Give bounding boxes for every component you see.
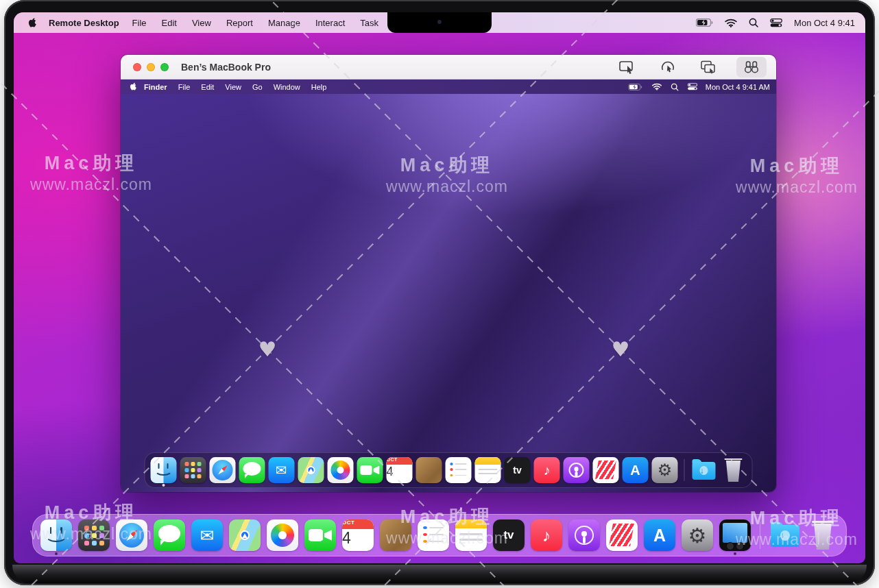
dock-remotedesktop-icon[interactable] [719,519,751,551]
dock-news-icon[interactable] [593,457,619,483]
dock-messages-icon[interactable] [154,519,185,551]
dock-maps-icon[interactable] [229,519,261,551]
menu-window[interactable]: Window [268,83,306,91]
remote-menu-bar-clock[interactable]: Mon Oct 4 9:41 AM [706,83,770,91]
dock-appletv-icon[interactable]: tv [505,457,531,483]
close-button[interactable] [133,63,141,71]
window-toolbar [614,57,767,77]
remote-status-area: Mon Oct 4 9:41 AM [627,82,770,92]
dock-contacts-icon[interactable] [416,457,442,483]
camera-notch [387,12,492,33]
control-mode-button[interactable] [614,57,640,77]
camera-dot [437,20,442,24]
menu-report[interactable]: Report [219,18,261,28]
dock-maps-icon[interactable] [298,457,324,483]
dock-appstore-icon[interactable]: A [644,519,675,551]
dock-divider [684,459,685,481]
host-dock: ✉OCT4tv♪A⚙↓ [32,514,847,556]
dock-safari-icon[interactable] [210,457,236,483]
dock-messages-icon[interactable] [239,457,265,483]
spotlight-search-icon[interactable] [749,18,758,27]
menu-bar-clock[interactable]: Mon Oct 4 9:41 [794,18,855,28]
dock-podcasts-icon[interactable] [568,519,600,551]
remote-desktop-window: Ben’s MacBook Pro [121,55,776,492]
remote-wifi-icon[interactable] [651,83,662,90]
dock-finder-icon[interactable] [40,519,72,551]
dock-mail-icon[interactable]: ✉ [191,519,223,551]
dock-launchpad-icon[interactable] [180,457,206,483]
remote-dock: ✉OCT4tv♪A⚙↓ [145,452,753,488]
menu-edit[interactable]: Edit [154,18,184,28]
dock-launchpad-icon[interactable] [78,519,110,551]
minimize-button[interactable] [147,63,155,71]
dock-calendar-icon[interactable]: OCT4 [342,519,374,551]
dock-music-icon[interactable]: ♪ [534,457,560,483]
running-indicator-dot [734,552,736,555]
zoom-button[interactable] [160,63,169,71]
remote-menu-bar: Finder FileEditViewGoWindowHelp Mon Oct … [121,79,776,94]
menu-view[interactable]: View [184,18,219,28]
app-menu-remote-desktop[interactable]: Remote Desktop [49,18,119,28]
menu-view[interactable]: View [219,83,247,91]
dock-reminders-icon[interactable] [446,457,472,483]
dock-trash-icon[interactable] [721,457,747,483]
host-menus: FileEditViewReportManageInteractTaskWind… [125,18,433,28]
macbook-chassis [12,565,867,583]
dock-music-icon[interactable]: ♪ [531,519,562,551]
dock-settings-icon[interactable]: ⚙ [682,519,713,551]
dock-trash-icon[interactable] [807,519,839,551]
dock-facetime-icon[interactable] [304,519,336,551]
copy-screen-button[interactable] [695,57,721,77]
share-control-button[interactable] [655,57,680,77]
dock-calendar-icon[interactable]: OCT4 [387,457,413,483]
window-title: Ben’s MacBook Pro [181,62,271,73]
remote-app-menu-finder[interactable]: Finder [144,83,167,91]
dock-notes-icon[interactable] [475,457,501,483]
apple-menu-icon[interactable] [28,18,37,28]
macbook-bezel: Remote Desktop FileEditViewReportManageI… [4,0,875,585]
dock-news-icon[interactable] [606,519,638,551]
dock-downloads-icon[interactable]: ↓ [769,519,801,551]
battery-icon[interactable] [696,19,713,27]
dock-photos-icon[interactable] [328,457,354,483]
remote-control-center-icon[interactable] [687,83,697,90]
remote-spotlight-search-icon[interactable] [671,83,678,90]
dock-appletv-icon[interactable]: tv [493,519,525,551]
dock-podcasts-icon[interactable] [564,457,590,483]
dock-notes-icon[interactable] [455,519,487,551]
menu-interact[interactable]: Interact [308,18,352,28]
screenshot-canvas: Remote Desktop FileEditViewReportManageI… [0,0,879,588]
host-status-area: Mon Oct 4 9:41 [696,18,855,28]
wifi-icon[interactable] [725,19,737,27]
remote-battery-icon[interactable] [628,84,642,90]
traffic-lights [133,63,169,71]
running-indicator-dot [55,552,58,555]
dock-facetime-icon[interactable] [357,457,383,483]
dock-safari-icon[interactable] [116,519,147,551]
dock-contacts-icon[interactable] [380,519,411,551]
menu-file[interactable]: File [173,83,196,91]
dock-settings-icon[interactable]: ⚙ [652,457,678,483]
running-indicator-dot [162,484,165,487]
dock-downloads-icon[interactable]: ↓ [691,457,717,483]
observe-mode-button[interactable] [736,57,767,77]
dock-photos-icon[interactable] [267,519,298,551]
menu-edit[interactable]: Edit [195,83,219,91]
dock-appstore-icon[interactable]: A [623,457,649,483]
control-center-icon[interactable] [770,19,782,27]
host-desktop[interactable]: Remote Desktop FileEditViewReportManageI… [14,12,865,563]
menu-go[interactable]: Go [247,83,268,91]
dock-reminders-icon[interactable] [418,519,449,551]
dock-divider [760,522,760,549]
remote-apple-menu-icon[interactable] [130,82,137,90]
menu-file[interactable]: File [125,18,154,28]
menu-task[interactable]: Task [352,18,386,28]
remote-screen-view[interactable]: Finder FileEditViewGoWindowHelp Mon Oct … [121,79,776,492]
dock-finder-icon[interactable] [151,457,177,483]
menu-manage[interactable]: Manage [261,18,308,28]
remote-menus: FileEditViewGoWindowHelp [173,83,333,91]
dock-mail-icon[interactable]: ✉ [269,457,295,483]
window-title-bar[interactable]: Ben’s MacBook Pro [121,55,776,79]
menu-help[interactable]: Help [306,83,333,91]
